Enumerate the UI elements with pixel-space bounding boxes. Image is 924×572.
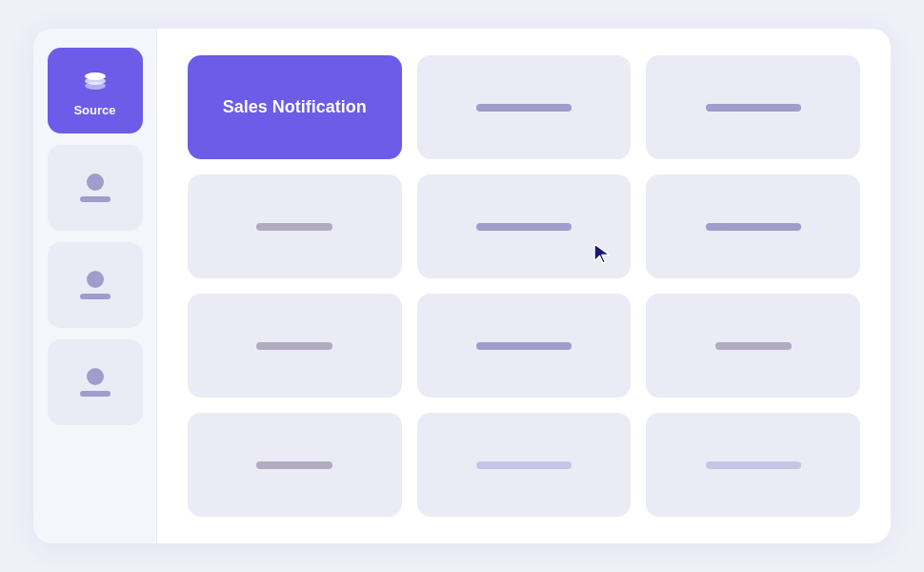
person-icon-3 xyxy=(80,368,110,397)
grid-card-r2c2[interactable] xyxy=(417,174,632,278)
grid: Sales Notification xyxy=(188,55,860,517)
card-bar-r4c1 xyxy=(256,461,332,469)
grid-card-r4c2[interactable] xyxy=(417,413,632,517)
card-bar-r4c3 xyxy=(706,461,801,469)
card-bar-r2c3 xyxy=(706,223,801,231)
sidebar-item-user2[interactable] xyxy=(48,242,143,328)
card-bar-r2c1 xyxy=(256,223,332,231)
sidebar-item-user1[interactable] xyxy=(48,145,143,231)
person-icon-2 xyxy=(80,271,110,299)
grid-card-r4c1[interactable] xyxy=(188,413,402,517)
grid-card-r2c1[interactable] xyxy=(188,174,402,278)
person-head-1 xyxy=(87,174,104,191)
person-bar-3 xyxy=(80,391,110,397)
sidebar: Source xyxy=(33,29,157,543)
person-head-2 xyxy=(87,271,104,288)
card-bar-r4c2 xyxy=(476,461,572,469)
sidebar-item-user3[interactable] xyxy=(48,339,143,425)
person-icon-1 xyxy=(80,174,110,202)
grid-card-r4c3[interactable] xyxy=(646,413,860,517)
grid-card-r3c3[interactable] xyxy=(646,294,860,398)
app-container: Source Sales xyxy=(33,29,891,543)
person-bar-2 xyxy=(80,294,110,299)
card-bar-r1c2 xyxy=(476,104,572,112)
grid-card-r1c3[interactable] xyxy=(646,55,860,159)
stack-icon xyxy=(80,65,110,95)
featured-card-label: Sales Notification xyxy=(223,97,367,117)
sidebar-source-label: Source xyxy=(73,103,115,117)
grid-card-featured[interactable]: Sales Notification xyxy=(188,55,402,159)
card-bar-r2c2 xyxy=(476,223,572,231)
svg-point-2 xyxy=(85,72,106,80)
grid-card-r1c2[interactable] xyxy=(417,55,632,159)
sidebar-item-source[interactable]: Source xyxy=(48,48,143,133)
grid-card-r3c2[interactable] xyxy=(417,294,632,398)
person-head-3 xyxy=(87,368,104,385)
card-bar-r3c3 xyxy=(715,342,792,350)
card-bar-r3c2 xyxy=(476,342,572,350)
card-bar-r1c3 xyxy=(706,104,801,112)
person-bar-1 xyxy=(80,196,110,202)
grid-card-r2c3[interactable] xyxy=(646,174,860,278)
main-content: Sales Notification xyxy=(157,29,891,543)
grid-card-r3c1[interactable] xyxy=(188,294,402,398)
cursor-icon xyxy=(593,242,613,271)
card-bar-r3c1 xyxy=(256,342,332,350)
